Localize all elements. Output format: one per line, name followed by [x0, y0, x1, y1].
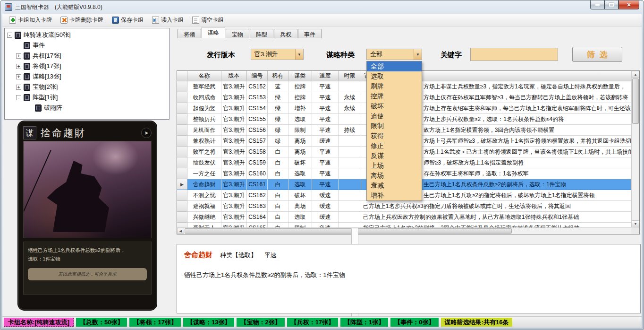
chevron-down-icon[interactable] — [414, 49, 422, 60]
tree-item-strategies[interactable]: + 谋略[13张] — [5, 71, 169, 82]
version-combobox[interactable]: 官3.潮升 — [251, 49, 304, 60]
save-deck-button[interactable]: 保存卡组 — [108, 14, 147, 26]
row-selector-cell[interactable] — [177, 125, 187, 136]
horizontal-scrollbar[interactable]: ◀ ▶ — [177, 227, 631, 234]
delete-card-button[interactable]: 卡牌删除卡牌 — [57, 14, 107, 26]
dropdown-item[interactable]: 上场 — [367, 161, 422, 171]
close-button[interactable] — [619, 0, 639, 9]
scroll-left-icon[interactable]: ◀ — [177, 228, 184, 234]
row-selector-cell[interactable] — [177, 212, 187, 223]
chevron-down-icon[interactable] — [295, 49, 303, 60]
row-selector-cell[interactable] — [177, 147, 187, 157]
row-selector-cell[interactable] — [177, 223, 187, 227]
dropdown-item[interactable]: 衰减 — [367, 181, 422, 191]
version-filter-label: 发行版本 — [207, 51, 235, 60]
vertical-scroll-thumb[interactable] — [632, 78, 639, 124]
header-rarity[interactable]: 稀有 — [268, 71, 288, 81]
collapse-icon[interactable]: - — [7, 33, 12, 38]
row-selector-cell[interactable] — [177, 157, 187, 168]
keyword-input[interactable] — [470, 48, 558, 61]
collapse-icon[interactable]: - — [16, 95, 21, 100]
cell-type: 离场 — [288, 136, 312, 147]
tree-item-poyuzhen[interactable]: 破雨阵 — [5, 103, 169, 113]
cell-rarity: 绿 — [268, 92, 288, 103]
vertical-scrollbar[interactable]: ▲ ▼ — [631, 71, 639, 227]
row-selector-cell[interactable] — [177, 92, 187, 103]
dropdown-item[interactable]: 破坏 — [367, 101, 422, 111]
category-tab[interactable]: 谋略 — [202, 27, 225, 38]
table-row[interactable]: 受制于人 官3.潮升 CS165 白 限制 急速 指定己方场上1名攻≥2的副将，… — [177, 223, 631, 227]
cell-version: 官3.潮升 — [221, 223, 247, 227]
tree-item-generals[interactable]: + 将领[17张] — [5, 61, 169, 71]
row-selector-cell[interactable] — [177, 136, 187, 147]
table-row[interactable]: 兴微继绝 官3.潮升 CS164 白 选取 缓速 己方场上兵权因敌方控制的效果被… — [177, 212, 631, 223]
cell-code: CS161 — [247, 179, 268, 190]
dropdown-item[interactable]: 限制 — [367, 121, 422, 131]
dropdown-item[interactable]: 反谋 — [367, 151, 422, 161]
row-selector-cell[interactable] — [177, 190, 187, 201]
detail-card-name: 舍命趋财 — [184, 251, 212, 260]
tree-item-label: 阵型[1张] — [33, 93, 58, 102]
category-tab[interactable]: 事件 — [298, 29, 322, 38]
dropdown-item[interactable]: 增补 — [367, 191, 422, 200]
scroll-up-icon[interactable]: ▲ — [632, 71, 639, 78]
filter-button[interactable]: 筛选 — [572, 47, 622, 62]
maximize-button[interactable] — [604, 0, 619, 9]
row-selector-cell[interactable] — [177, 114, 187, 125]
dropdown-item[interactable]: 全部 — [367, 61, 422, 71]
maximize-icon — [609, 3, 614, 7]
tree-item-deck-root[interactable]: - 纯骑速攻流[50张] — [5, 30, 169, 40]
cell-version: 官3.潮升 — [221, 103, 247, 114]
category-tab[interactable]: 将领 — [178, 29, 201, 38]
cell-rarity: 白 — [268, 179, 288, 190]
clear-deck-button[interactable]: 清空卡组 — [188, 14, 228, 26]
cell-speed: 缓速 — [312, 136, 339, 147]
header-name[interactable]: 名称 — [187, 71, 221, 81]
dropdown-item[interactable]: 选取 — [367, 71, 422, 81]
dropdown-item[interactable]: 获得 — [367, 131, 422, 141]
save-deck-label: 保存卡组 — [121, 16, 144, 24]
header-code[interactable]: 编号 — [247, 71, 268, 81]
expand-icon[interactable]: + — [16, 85, 21, 90]
dropdown-item[interactable]: 修正 — [367, 141, 422, 151]
count-badge: 【将领：17张】 — [129, 318, 180, 327]
minimize-icon — [595, 4, 600, 6]
tree-item-military[interactable]: + 兵权[17张] — [5, 51, 169, 61]
header-speed[interactable]: 速度 — [312, 71, 339, 81]
header-version[interactable]: 版本 — [221, 71, 247, 81]
category-tab[interactable]: 宝物 — [226, 29, 249, 38]
row-selector-cell[interactable] — [177, 103, 187, 114]
tree-item-events[interactable]: 事件 — [5, 40, 169, 51]
tree-item-formations[interactable]: - 阵型[1张] — [5, 92, 169, 103]
horizontal-scroll-thumb[interactable] — [185, 228, 512, 234]
row-selector-cell[interactable] — [177, 168, 187, 179]
add-card-button[interactable]: 卡组加入卡牌 — [5, 14, 56, 26]
category-tabs: 将领谋略宝物阵型兵权事件 — [177, 28, 642, 38]
category-tab[interactable]: 阵型 — [250, 29, 273, 38]
category-tab[interactable]: 兵权 — [274, 29, 297, 38]
expand-icon[interactable]: + — [16, 53, 21, 59]
dropdown-item[interactable]: 控牌 — [367, 91, 422, 101]
cell-name: 兼权熟计 — [187, 136, 221, 147]
minimize-button[interactable] — [590, 0, 604, 9]
row-selector-cell[interactable] — [177, 179, 187, 190]
strategy-type-combobox[interactable]: 全部 — [366, 49, 422, 60]
dropdown-item[interactable]: 迫使 — [367, 111, 422, 121]
row-selector-cell[interactable] — [177, 81, 187, 92]
load-deck-button[interactable]: 读入卡组 — [148, 14, 187, 26]
dropdown-item[interactable]: 离场 — [367, 171, 422, 181]
header-type[interactable]: 谋类 — [288, 71, 312, 81]
cell-speed: 平速 — [312, 81, 339, 92]
expand-icon[interactable]: + — [16, 74, 21, 79]
cell-duration — [339, 179, 361, 190]
header-duration[interactable]: 时限 — [339, 71, 361, 81]
expand-icon[interactable]: + — [16, 64, 21, 69]
table-row[interactable]: 避祸就福 官3.潮升 CS163 白 离场 缓速 己方场上1名步兵兵权≥3的指定… — [177, 201, 631, 212]
cell-name: 舍命趋财 — [187, 179, 221, 190]
strategy-type-combobox-value: 全部 — [367, 49, 414, 60]
load-deck-label: 读入卡组 — [161, 16, 184, 24]
dropdown-item[interactable]: 刷牌 — [367, 81, 422, 91]
row-selector-cell[interactable] — [177, 201, 187, 212]
scroll-down-icon[interactable]: ▼ — [632, 220, 639, 227]
tree-item-treasures[interactable]: + 宝物[2张] — [5, 82, 169, 92]
